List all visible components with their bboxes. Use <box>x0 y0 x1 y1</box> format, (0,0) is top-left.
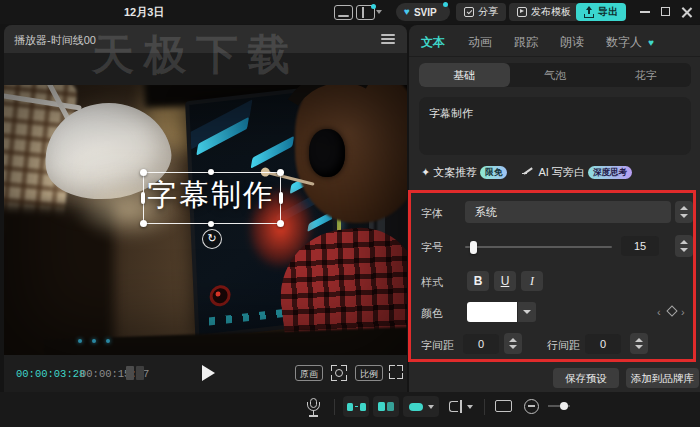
keyframe-next-icon[interactable]: › <box>681 306 685 318</box>
handle-bottom-right[interactable] <box>277 220 284 227</box>
text-settings-panel: 文本 动画 跟踪 朗读 数字人 ♥ 基础 气泡 花字 字幕制作 ✦ 文案推荐 限… <box>409 25 700 392</box>
window-close-button[interactable] <box>681 6 692 17</box>
font-value: 系统 <box>475 205 497 220</box>
save-preset-button[interactable]: 保存预设 <box>553 368 619 388</box>
deep-think-badge: 深度思考 <box>588 166 632 179</box>
handle-top-center[interactable] <box>208 169 214 175</box>
size-label: 字号 <box>421 240 443 255</box>
chevron-down-icon[interactable] <box>376 10 382 14</box>
export-button[interactable]: 导出 <box>576 3 626 21</box>
size-slider[interactable] <box>465 246 612 248</box>
link-clips-button[interactable] <box>403 396 439 417</box>
copy-reco-button[interactable]: 文案推荐 <box>433 166 477 178</box>
underline-button[interactable]: U <box>494 271 516 291</box>
line-spacing-label: 行间距 <box>547 338 580 353</box>
handle-top-right[interactable] <box>277 169 284 176</box>
auto-captions-button[interactable] <box>373 396 399 417</box>
divider <box>409 56 700 57</box>
svip-button[interactable]: ♥ SVIP <box>396 3 450 21</box>
divider <box>334 399 335 415</box>
subtab-basic[interactable]: 基础 <box>419 63 510 87</box>
magnifier-icon[interactable] <box>331 365 347 381</box>
tab-tracking[interactable]: 跟踪 <box>514 34 538 51</box>
play-button[interactable] <box>202 365 215 381</box>
layout-panel-icon[interactable] <box>356 5 375 20</box>
line-spacing-stepper[interactable] <box>630 333 648 354</box>
keyframe-prev-icon[interactable]: ‹ <box>657 306 661 318</box>
handle-top-left[interactable] <box>140 169 147 176</box>
tab-digital-human[interactable]: 数字人 ♥ <box>606 34 654 51</box>
sparkle-icon: ✦ <box>421 166 430 178</box>
color-swatch[interactable] <box>467 302 517 322</box>
timeline-zoom-slider[interactable] <box>548 405 570 407</box>
line-spacing-value[interactable]: 0 <box>585 334 621 354</box>
size-slider-thumb[interactable] <box>470 241 477 254</box>
screen-emblem <box>209 284 231 307</box>
date-label: 12月3日 <box>124 5 164 20</box>
select-tool-button[interactable] <box>445 396 477 417</box>
current-time: 00:00:03:28 <box>16 368 85 380</box>
letter-spacing-stepper[interactable] <box>504 333 522 354</box>
font-label: 字体 <box>421 206 443 221</box>
font-stepper[interactable] <box>675 201 693 223</box>
headphones-earcup <box>309 129 345 177</box>
ai-narration-button[interactable]: AI 写旁白 <box>538 166 584 178</box>
frames-icon[interactable] <box>126 366 146 380</box>
zoom-out-icon[interactable] <box>524 399 539 414</box>
add-to-brand-button[interactable]: 添加到品牌库 <box>626 368 699 388</box>
gem-icon: ♥ <box>648 37 654 48</box>
share-label: 分享 <box>478 5 498 19</box>
subtab-fancy-text[interactable]: 花字 <box>600 63 691 87</box>
letter-spacing-value[interactable]: 0 <box>463 334 499 354</box>
svip-label: SVIP <box>414 7 437 18</box>
overlay-text[interactable]: 字幕制作 <box>140 175 282 216</box>
text-overlay-selection[interactable]: 字幕制作 ↻ <box>143 172 281 224</box>
rotate-handle[interactable]: ↻ <box>202 229 222 249</box>
tab-text[interactable]: 文本 <box>421 34 445 51</box>
split-clip-button[interactable] <box>343 396 369 417</box>
keyboard-leds <box>78 339 124 345</box>
recommendation-row: ✦ 文案推荐 限免 AI 写旁白 深度思考 <box>421 165 693 181</box>
tab-readaloud[interactable]: 朗读 <box>560 34 584 51</box>
handle-bottom-left[interactable] <box>140 220 147 227</box>
publish-template-button[interactable]: 发布模板 <box>509 3 579 21</box>
original-quality-button[interactable]: 原画 <box>295 365 323 381</box>
free-badge: 限免 <box>480 166 507 179</box>
heart-icon: ♥ <box>404 7 410 17</box>
player-menu-icon[interactable] <box>381 34 395 44</box>
size-value[interactable]: 15 <box>621 236 659 256</box>
share-button[interactable]: 分享 <box>456 3 506 21</box>
window-maximize-button[interactable] <box>661 7 670 16</box>
tab-animation[interactable]: 动画 <box>468 34 492 51</box>
size-stepper[interactable] <box>675 235 693 257</box>
video-viewport[interactable]: 字幕制作 ↻ <box>4 85 407 355</box>
export-label: 导出 <box>598 5 618 19</box>
ai-pen-icon <box>522 166 533 176</box>
window-minimize-button[interactable] <box>640 11 650 13</box>
handle-bottom-center[interactable] <box>208 221 214 227</box>
player-title: 播放器-时间线00 <box>14 33 96 48</box>
fullscreen-icon[interactable] <box>389 365 403 379</box>
publish-icon <box>517 7 527 17</box>
app-window: 12月3日 ♥ SVIP 分享 发布模板 导出 播放器-时间线00 <box>0 0 700 427</box>
record-mic-icon[interactable] <box>306 398 321 417</box>
ratio-button[interactable]: 比例 <box>355 365 383 381</box>
bold-button[interactable]: B <box>467 271 489 291</box>
captions-panel-icon[interactable] <box>334 5 353 20</box>
handle-mid-right[interactable] <box>279 192 283 204</box>
player-panel: 播放器-时间线00 天极下载 <box>4 25 407 392</box>
caption-text-input[interactable]: 字幕制作 <box>419 97 691 155</box>
handle-mid-left[interactable] <box>141 192 145 204</box>
player-header: 播放器-时间线00 <box>4 25 407 53</box>
keyframe-diamond-icon[interactable] <box>666 305 677 316</box>
subtab-bubble[interactable]: 气泡 <box>510 63 601 87</box>
preview-axis-icon[interactable] <box>495 400 512 412</box>
share-icon <box>464 7 474 17</box>
italic-button[interactable]: I <box>521 271 543 291</box>
player-controls: 00:00:03:28 00:00:15:07 原画 比例 <box>4 356 407 392</box>
color-dropdown-button[interactable] <box>518 302 536 322</box>
font-dropdown[interactable]: 系统 <box>465 201 671 223</box>
publish-label: 发布模板 <box>531 5 571 19</box>
chevron-down-icon <box>467 405 473 409</box>
divider <box>484 399 485 415</box>
